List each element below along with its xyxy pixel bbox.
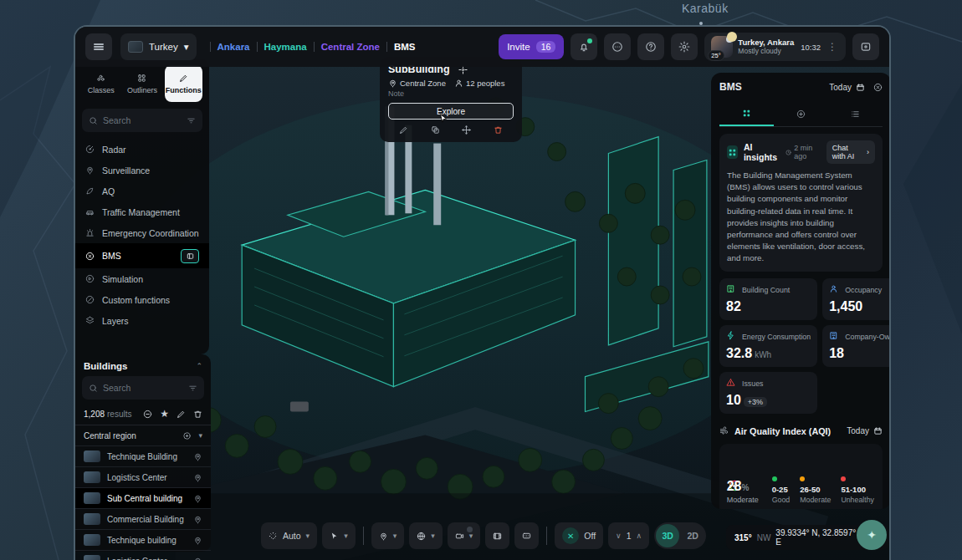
location-pin-icon[interactable] <box>193 473 202 482</box>
mode-3d-button[interactable]: 3D <box>656 524 679 547</box>
location-pin-icon[interactable] <box>193 515 202 524</box>
explore-button[interactable]: Explore <box>388 103 514 120</box>
building-row[interactable]: Technique building <box>75 529 211 550</box>
tab-list[interactable] <box>828 101 883 126</box>
app-window: Turkey ▾ Ankara Haymana Central Zone BMS… <box>74 25 891 560</box>
functions-search[interactable] <box>82 109 202 132</box>
function-item-simulation[interactable]: Simulation <box>75 268 209 289</box>
function-item-traffic[interactable]: Traffic Management <box>75 201 209 222</box>
function-item-radar[interactable]: Radar <box>75 139 209 160</box>
star-icon[interactable]: ★ <box>160 408 169 420</box>
aqi-title: Air Quality Index (AQI) <box>734 426 831 436</box>
comment-button[interactable] <box>514 522 539 549</box>
close-panel-button[interactable] <box>873 83 883 92</box>
kebab-menu-icon[interactable]: ⋮ <box>826 41 839 53</box>
chevron-down-icon: ▾ <box>184 41 189 53</box>
trash-icon[interactable] <box>494 125 503 135</box>
move-icon[interactable] <box>462 125 471 135</box>
functions-search-input[interactable] <box>103 115 182 125</box>
breadcrumb-haymana[interactable]: Haymana <box>264 42 307 52</box>
chevron-down-icon[interactable]: ▾ <box>198 431 202 440</box>
visibility-icon[interactable] <box>182 431 192 440</box>
user-weather-widget[interactable]: 25° Turkey, Ankara Mostly cloudy 10:32 ⋮ <box>704 33 846 61</box>
stat-building-count[interactable]: Building Count 82 <box>719 278 817 320</box>
chat-with-ai-button[interactable]: Chat with AI › <box>826 140 875 164</box>
function-item-emergency[interactable]: Emergency Coordination <box>75 222 209 243</box>
camera-icon <box>85 165 95 175</box>
buildings-search-input[interactable] <box>103 383 183 393</box>
top-bar: Turkey ▾ Ankara Haymana Central Zone BMS… <box>75 27 889 67</box>
function-item-layers[interactable]: Layers <box>75 310 209 331</box>
stat-company-owned[interactable]: Company-Owned Buil... 18 <box>822 325 891 367</box>
heading-value: 315° <box>734 533 752 542</box>
energy-icon <box>726 331 738 343</box>
notifications-button[interactable] <box>571 33 597 60</box>
hamburger-menu-button[interactable] <box>85 33 112 60</box>
tab-insights[interactable] <box>719 101 774 126</box>
stat-issues[interactable]: Issues 10+3% <box>719 372 817 414</box>
country-label: Turkey <box>149 42 178 52</box>
cursor-tool-dropdown[interactable]: ▾ <box>322 522 356 549</box>
sparkle-icon: ✦ <box>867 528 877 542</box>
level-stepper[interactable]: ∨ 1 ∧ <box>608 522 649 549</box>
function-item-custom[interactable]: Custom functions <box>75 289 209 310</box>
tab-classes[interactable]: Classes <box>82 65 120 102</box>
edit-icon[interactable] <box>399 125 408 135</box>
invite-button[interactable]: Invite 16 <box>499 34 564 59</box>
function-item-surveillance[interactable]: Surveillance <box>75 160 209 181</box>
stepper-down-icon[interactable]: ∨ <box>616 532 622 540</box>
bms-panel-title: BMS <box>719 81 742 93</box>
stat-energy[interactable]: Energy Consumption 32.8kWh <box>719 325 817 367</box>
layers-icon <box>85 316 95 325</box>
building-row-active[interactable]: Sub Central building <box>75 487 211 508</box>
aqi-card: 28% Moderate 0-25 Good 26-50 Moderate <box>719 444 883 509</box>
trash-icon[interactable] <box>193 410 202 419</box>
building-row[interactable]: Technique Building <box>75 445 211 466</box>
camera-tool-dropdown[interactable]: ▾ <box>448 522 481 549</box>
duplicate-icon[interactable] <box>431 125 440 135</box>
tab-functions[interactable]: Functions <box>165 65 202 102</box>
function-item-aq[interactable]: AQ <box>75 181 209 201</box>
stat-occupancy[interactable]: Occupancy 1,450 <box>822 278 891 320</box>
globe-tool-dropdown[interactable]: ▾ <box>409 522 443 549</box>
chevron-down-icon: ▾ <box>469 532 473 540</box>
ai-assistant-fab[interactable]: ✦ <box>857 520 887 550</box>
function-item-bms[interactable]: BMS <box>75 243 209 268</box>
edit-icon[interactable] <box>177 410 186 419</box>
location-pin-icon[interactable] <box>193 536 202 545</box>
help-button[interactable] <box>637 33 664 60</box>
breadcrumb-ankara[interactable]: Ankara <box>217 42 250 52</box>
messages-button[interactable] <box>604 33 631 60</box>
country-select[interactable]: Turkey ▾ <box>120 33 197 60</box>
weather-icon <box>727 32 737 42</box>
stepper-up-icon[interactable]: ∧ <box>637 532 642 540</box>
building-row[interactable]: Logistics Center <box>75 550 211 560</box>
bms-detail-button[interactable] <box>181 249 199 263</box>
tab-outliners[interactable]: Outliners <box>123 65 161 102</box>
breadcrumb-bms[interactable]: BMS <box>394 42 416 52</box>
pencil-icon <box>179 74 188 83</box>
film-button[interactable] <box>485 522 509 549</box>
buildings-search[interactable] <box>82 376 204 400</box>
remove-circle-icon[interactable] <box>143 410 152 419</box>
tab-add[interactable] <box>774 101 828 126</box>
wind-icon <box>719 426 729 435</box>
mode-2d-button[interactable]: 2D <box>681 524 704 547</box>
building-thumbnail <box>84 451 100 462</box>
building-row[interactable]: Commercial Building <box>75 508 211 529</box>
auto-mode-dropdown[interactable]: Auto ▾ <box>261 522 317 549</box>
date-selector[interactable]: Today <box>829 83 865 92</box>
breadcrumb-central-zone[interactable]: Central Zone <box>321 42 380 52</box>
pin-tool-dropdown[interactable]: ▾ <box>371 522 405 549</box>
settings-button[interactable] <box>671 33 698 60</box>
region-row[interactable]: Central region ▾ <box>75 425 211 445</box>
aqi-date-selector[interactable]: Today <box>847 426 883 435</box>
display-button[interactable] <box>852 33 879 60</box>
location-pin-icon[interactable] <box>193 557 202 560</box>
location-pin-icon[interactable] <box>193 452 202 461</box>
building-row[interactable]: Logistics Center <box>75 466 211 487</box>
collapse-icon[interactable]: ⌃ <box>196 362 202 370</box>
location-pin-icon[interactable] <box>193 494 202 503</box>
x-off-toggle[interactable]: ✕ Off <box>555 522 603 549</box>
breadcrumb: Ankara Haymana Central Zone BMS <box>210 42 416 52</box>
